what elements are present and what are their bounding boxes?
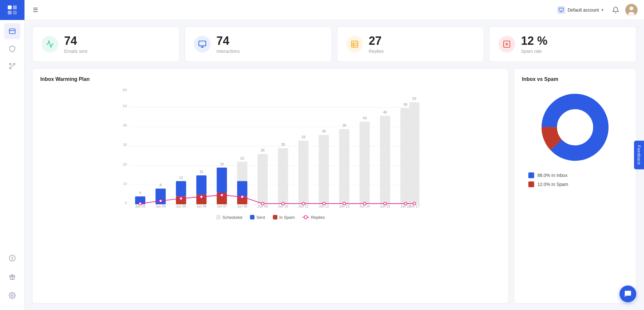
- donut-wrapper: 88.0% In Inbox 12.0% In Spam: [522, 89, 628, 187]
- spam-rate-label: Spam rate: [521, 49, 547, 54]
- donut-chart-card: Inbox vs Spam: [514, 68, 636, 304]
- emails-sent-label: Emails sent: [64, 49, 87, 54]
- charts-row: Inbox Warming Plan 0 10 20 30 40 50 60: [32, 68, 636, 304]
- svg-text:53: 53: [412, 96, 416, 100]
- user-avatar[interactable]: [625, 4, 638, 16]
- svg-text:Jun 05: Jun 05: [176, 204, 186, 208]
- stat-cards-row: 74 Emails sent 74 Interactions: [32, 26, 636, 62]
- account-selector[interactable]: Default account ▾: [555, 5, 606, 15]
- svg-text:4: 4: [139, 191, 141, 195]
- svg-point-97: [200, 195, 203, 198]
- svg-point-104: [343, 202, 345, 205]
- svg-rect-7: [9, 67, 11, 69]
- sidebar-item-scan[interactable]: [4, 58, 20, 74]
- svg-point-9: [9, 255, 15, 261]
- svg-rect-3: [13, 11, 17, 15]
- interactions-value: 74: [216, 34, 240, 47]
- legend-in-spam: In Spam: [273, 215, 295, 220]
- legend-line-replies: [303, 217, 309, 218]
- svg-point-107: [404, 202, 407, 205]
- account-icon: [557, 6, 565, 14]
- svg-text:43: 43: [363, 116, 367, 120]
- stat-card-replies: 27 Replies: [337, 26, 484, 62]
- svg-text:20: 20: [123, 162, 127, 166]
- stat-card-spam-rate: 12 % Spam rate: [489, 26, 636, 62]
- donut-legend-inbox: 88.0% In Inbox: [528, 172, 568, 178]
- main-wrap: ☰ Default account ▾: [24, 0, 644, 310]
- svg-rect-4: [9, 29, 15, 34]
- svg-point-13: [11, 295, 13, 296]
- svg-text:46: 46: [383, 110, 387, 114]
- donut-legend-color-spam: [528, 181, 534, 187]
- svg-text:40: 40: [123, 123, 127, 127]
- svg-text:36: 36: [322, 129, 326, 133]
- legend-sent: Sent: [250, 215, 265, 220]
- sidebar-item-help[interactable]: [4, 250, 20, 266]
- svg-point-102: [302, 202, 305, 205]
- app-logo[interactable]: [0, 0, 24, 20]
- legend-dot-scheduled: [216, 215, 221, 219]
- replies-label: Replies: [369, 49, 384, 54]
- stat-card-interactions: 74 Interactions: [185, 26, 332, 62]
- sidebar-item-gift[interactable]: [4, 269, 20, 285]
- svg-rect-79: [339, 129, 350, 204]
- svg-text:29: 29: [281, 142, 285, 146]
- svg-text:Jun 07: Jun 07: [217, 204, 227, 208]
- topbar: ☰ Default account ▾: [24, 0, 644, 20]
- bar-chart-legend: Scheduled Sent In Spam Replies: [40, 215, 501, 220]
- svg-text:0: 0: [125, 200, 127, 205]
- svg-point-98: [220, 194, 223, 196]
- svg-rect-73: [298, 140, 309, 204]
- account-chevron-icon: ▾: [601, 8, 603, 12]
- svg-rect-2: [8, 11, 12, 15]
- svg-point-94: [139, 202, 141, 205]
- svg-point-95: [159, 199, 162, 202]
- svg-rect-76: [319, 135, 329, 204]
- bar-chart-card: Inbox Warming Plan 0 10 20 30 40 50 60: [32, 68, 509, 304]
- svg-rect-67: [257, 154, 268, 204]
- content-area: 74 Emails sent 74 Interactions: [24, 20, 644, 310]
- svg-rect-6: [13, 63, 15, 65]
- svg-text:26: 26: [261, 148, 264, 152]
- account-name: Default account: [568, 7, 599, 13]
- svg-text:39: 39: [342, 123, 346, 127]
- donut-legend-color-inbox: [528, 172, 534, 178]
- svg-rect-88: [400, 108, 411, 204]
- svg-rect-8: [12, 66, 13, 66]
- notification-bell-button[interactable]: [610, 4, 621, 16]
- svg-text:33: 33: [302, 135, 305, 139]
- svg-text:Jun 08: Jun 08: [237, 204, 247, 208]
- svg-text:Jun 04: Jun 04: [156, 204, 166, 208]
- svg-rect-18: [199, 41, 206, 46]
- svg-point-10: [12, 259, 12, 260]
- donut-chart-title: Inbox vs Spam: [522, 76, 558, 82]
- svg-rect-70: [278, 148, 288, 204]
- sidebar: [0, 0, 24, 310]
- chat-bubble-button[interactable]: [620, 286, 636, 302]
- interactions-label: Interactions: [216, 49, 240, 54]
- emails-sent-icon: [42, 36, 58, 53]
- hamburger-button[interactable]: ☰: [31, 5, 40, 15]
- svg-point-100: [261, 202, 264, 205]
- svg-point-99: [241, 195, 244, 198]
- spam-rate-icon: [498, 36, 515, 53]
- sidebar-item-shield[interactable]: [4, 41, 20, 57]
- svg-text:30: 30: [123, 142, 127, 147]
- donut-legend: 88.0% In Inbox 12.0% In Spam: [522, 172, 568, 187]
- svg-rect-5: [9, 63, 11, 65]
- svg-text:10: 10: [123, 181, 127, 185]
- sidebar-item-settings[interactable]: [4, 287, 20, 304]
- svg-point-105: [363, 202, 366, 205]
- svg-text:12: 12: [179, 175, 183, 179]
- svg-point-103: [322, 202, 325, 205]
- svg-rect-48: [176, 181, 186, 197]
- svg-text:50: 50: [404, 102, 408, 106]
- svg-point-16: [630, 6, 633, 10]
- stat-card-emails-sent: 74 Emails sent: [32, 26, 179, 62]
- spam-rate-value: 12 %: [521, 34, 547, 47]
- svg-rect-63: [237, 181, 247, 197]
- sidebar-item-inbox[interactable]: [4, 23, 20, 39]
- svg-point-106: [384, 202, 386, 205]
- donut-legend-spam: 12.0% In Spam: [528, 181, 568, 187]
- feedback-tab[interactable]: Feedback: [634, 140, 644, 169]
